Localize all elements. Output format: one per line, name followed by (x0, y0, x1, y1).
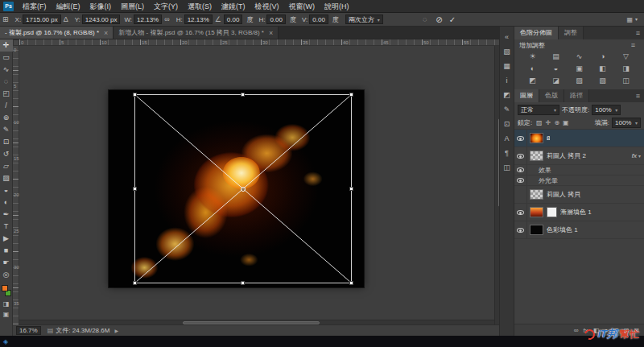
layer-row-4[interactable]: 外光暈 (514, 176, 644, 186)
commit-transform-button[interactable]: ✓ (449, 15, 456, 24)
layer-visibility-toggle[interactable] (514, 130, 527, 147)
lock-transparency-icon[interactable]: ▨ (535, 119, 543, 126)
adjustment-icon-6[interactable]: ◐ (521, 64, 544, 74)
dodge-tool[interactable]: ◐ (0, 196, 13, 209)
status-menu-arrow-icon[interactable]: ▶ (114, 328, 118, 333)
adjustment-icon-1[interactable]: ☀ (521, 52, 544, 62)
layer-row-5[interactable]: 莉圖人 拷貝 (514, 186, 644, 204)
menu-type[interactable]: 文字(Y) (149, 0, 183, 13)
close-tab-icon[interactable]: × (269, 29, 273, 37)
layer-thumbnail[interactable] (530, 151, 543, 161)
layer-thumbnail[interactable] (530, 207, 543, 217)
y-position-field[interactable]: 1243.00 px (82, 14, 121, 24)
adjustment-icon-3[interactable]: ∿ (568, 52, 591, 62)
color-panel-icon[interactable]: ▧ (499, 44, 514, 59)
layer-row-3[interactable]: 效果 (514, 165, 644, 176)
link-layers-icon[interactable]: ∞ (574, 324, 579, 337)
path-selection-tool[interactable]: ▶ (0, 233, 13, 245)
swatches-panel-icon[interactable]: ▦ (499, 59, 514, 73)
reference-point-icon[interactable]: ⊞ (2, 15, 9, 23)
clone-stamp-tool[interactable]: ⊡ (0, 136, 13, 148)
history-brush-tool[interactable]: ↺ (0, 148, 13, 160)
relative-positioning-icon[interactable]: Δ (64, 15, 68, 23)
skew-h-field[interactable]: 0.00 (266, 14, 286, 24)
shape-tool[interactable]: ■ (0, 245, 13, 257)
panel-menu-icon[interactable]: ≡ (631, 41, 635, 49)
adjustment-icon-9[interactable]: ◧ (591, 64, 614, 74)
warp-mode-icon[interactable]: ◌ (423, 15, 427, 23)
layer-row-6[interactable]: 漸層填色 1 (514, 204, 644, 221)
transform-handle[interactable] (349, 281, 353, 285)
vertical-ruler[interactable]: 05101520253035 (13, 46, 19, 324)
layer-visibility-toggle[interactable] (514, 165, 527, 175)
layer-thumbnail[interactable] (530, 225, 543, 235)
adjustment-icon-14[interactable]: ▧ (591, 76, 614, 86)
layer-visibility-toggle[interactable] (514, 147, 527, 164)
adjustment-icon-12[interactable]: ◪ (544, 76, 568, 86)
fill-field[interactable]: 100% ▾ (612, 118, 641, 128)
paragraph-panel-icon[interactable]: ¶ (499, 146, 514, 160)
panel-tab-histogram[interactable]: 色階分佈圖 (514, 27, 559, 39)
marquee-tool[interactable]: ▭ (0, 52, 13, 64)
adjustment-icon-11[interactable]: ◩ (521, 76, 544, 86)
transform-handle[interactable] (133, 187, 137, 191)
menu-file[interactable]: 檔案(F) (18, 0, 52, 13)
hand-tool[interactable]: ☛ (0, 257, 13, 269)
transform-bounding-box[interactable] (134, 94, 352, 283)
type-tool[interactable]: T (0, 221, 13, 233)
character-panel-icon[interactable]: A (499, 131, 514, 146)
taskbar-icon[interactable]: ◈ (3, 338, 8, 345)
layer-fx-badge[interactable]: fx (632, 152, 637, 159)
interpolation-select[interactable]: 兩次立方 ▾ (345, 14, 383, 24)
brush-panel-icon[interactable]: ✎ (499, 102, 514, 117)
layer-visibility-toggle[interactable] (514, 186, 527, 203)
crop-tool[interactable]: ◰ (0, 88, 13, 100)
lock-pixels-icon[interactable]: ⊕ (552, 119, 561, 126)
x-position-field[interactable]: 1715.00 px (23, 14, 61, 24)
panel-tab-adjustments[interactable]: 調整 (559, 27, 584, 39)
panel-menu-icon[interactable]: ≡ (636, 29, 640, 37)
zoom-level-field[interactable]: 16.7% (16, 326, 41, 335)
layer-thumbnail[interactable] (530, 189, 543, 200)
adjustment-icon-2[interactable]: ▤ (544, 52, 568, 62)
transform-handle[interactable] (349, 187, 353, 191)
opacity-field[interactable]: 100% ▾ (592, 105, 621, 115)
menu-help[interactable]: 說明(H) (320, 0, 354, 13)
chevron-down-icon[interactable]: ▾ (638, 153, 641, 159)
layer-thumbnail[interactable] (530, 133, 543, 143)
eyedropper-tool[interactable]: / (0, 100, 13, 112)
clone-source-panel-icon[interactable]: ⊡ (499, 117, 514, 131)
adjustment-icon-7[interactable]: ◒ (544, 64, 568, 74)
blend-mode-select[interactable]: 正常 ▾ (518, 105, 559, 115)
layer-row-1[interactable]: 8 (514, 130, 644, 147)
layer-row-2[interactable]: 莉圖人 拷貝 2fx▾ (514, 147, 644, 165)
quick-mask-icon[interactable]: ◨ (0, 299, 13, 309)
quick-selection-tool[interactable]: ◌ (0, 76, 13, 88)
canvas-pasteboard[interactable] (19, 46, 499, 324)
transform-handle[interactable] (349, 93, 353, 97)
info-panel-icon[interactable]: i (499, 73, 514, 88)
menu-select[interactable]: 選取(S) (183, 0, 217, 13)
healing-brush-tool[interactable]: ⊕ (0, 112, 13, 124)
height-field[interactable]: 12.13% (184, 14, 213, 24)
transform-handle[interactable] (241, 93, 245, 97)
menu-view[interactable]: 檢視(V) (250, 0, 284, 13)
panel-menu-icon[interactable]: ≡ (636, 92, 640, 100)
adjustment-icon-10[interactable]: ◨ (614, 64, 638, 74)
blur-tool[interactable]: ◒ (0, 184, 13, 196)
ruler-origin-box[interactable] (13, 39, 19, 46)
transform-handle[interactable] (133, 281, 137, 285)
eraser-tool[interactable]: ▱ (0, 160, 13, 172)
panel-tab-paths[interactable]: 路徑 (564, 89, 589, 102)
layer-row-7[interactable]: 色彩填色 1 (514, 221, 644, 239)
angle-field[interactable]: 0.00 (224, 14, 243, 24)
expand-panels-icon[interactable]: « (499, 30, 514, 44)
transform-handle[interactable] (133, 93, 137, 97)
adjustment-icon-5[interactable]: ▽ (614, 52, 638, 62)
menu-filter[interactable]: 濾鏡(T) (217, 0, 250, 13)
brush-tool[interactable]: ✎ (0, 124, 13, 136)
adjustment-icon-4[interactable]: ◑ (591, 52, 614, 62)
zoom-tool[interactable]: ◎ (0, 269, 13, 281)
transform-center-point[interactable] (241, 187, 246, 192)
close-tab-icon[interactable]: × (104, 29, 108, 37)
